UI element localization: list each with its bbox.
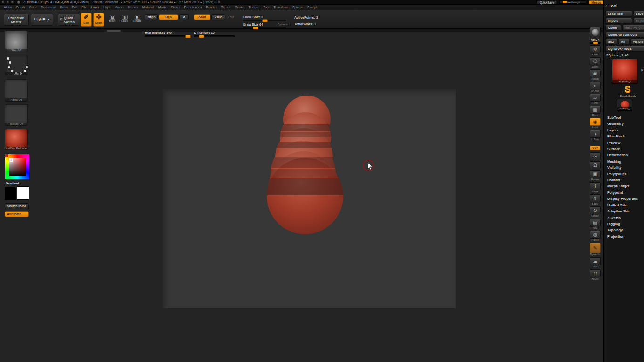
menu-tool[interactable]: Tool (263, 6, 269, 9)
actual-button[interactable]: ◉Actual (589, 69, 601, 81)
dynamic-button[interactable]: ✎Dynamic (589, 243, 601, 256)
current-texture-thumbnail[interactable]: Texture Off (5, 104, 28, 126)
rgb-intensity-handle[interactable] (185, 35, 191, 38)
main-color-swatch[interactable] (5, 187, 16, 200)
menu-marker[interactable]: Marker (128, 6, 138, 9)
zadd-button[interactable]: Zadd (194, 14, 210, 20)
tool-section-topology[interactable]: Topology (605, 227, 644, 233)
menu-edit[interactable]: Edit (72, 6, 77, 9)
rotate3d-button[interactable]: ↻Rotate (589, 206, 601, 218)
menu-picker[interactable]: Picker (171, 6, 180, 9)
tool-section-surface[interactable]: Surface (605, 146, 644, 152)
current-brush-thumbnail[interactable]: Sketch 1 (5, 31, 28, 52)
rgb-button[interactable]: Rgb (159, 14, 178, 20)
tool-section-zsketch[interactable]: ZSketch (605, 215, 644, 221)
aahalf-button[interactable]: ◐AAHalf (589, 82, 601, 93)
clone-button[interactable]: Clone (605, 25, 621, 31)
menu-preferences[interactable]: Preferences (184, 6, 202, 9)
clone-all-subtools-button[interactable]: Clone All SubTools (605, 32, 644, 38)
shelf-scrollbar-handle[interactable] (107, 30, 121, 32)
switchcolor-button[interactable]: SwitchColor (5, 203, 29, 209)
see-through-handle[interactable] (563, 1, 567, 3)
panel-back-icon[interactable]: ‹ (605, 4, 607, 8)
menu-material[interactable]: Material (142, 6, 154, 9)
goz-all-button[interactable]: All (618, 39, 630, 45)
tool-section-adaptive-skin[interactable]: Adaptive Skin (605, 208, 644, 214)
menu-movie[interactable]: Movie (158, 6, 167, 9)
tool-section-display-properties[interactable]: Display Properties (605, 196, 644, 202)
goz-button[interactable]: GoZ (605, 39, 617, 45)
color-picker[interactable] (5, 154, 30, 180)
zcut-button[interactable]: Zcut (228, 15, 234, 19)
spix-handle[interactable] (593, 42, 598, 44)
tool-section-polygroups[interactable]: Polygroups (605, 171, 644, 177)
current-alpha-thumbnail[interactable]: Alpha Off (5, 79, 28, 102)
menu-transform[interactable]: Transform (273, 6, 288, 9)
draw-button[interactable]: ✜ Draw (93, 13, 104, 27)
window-minimize-icon[interactable] (6, 0, 9, 4)
spix-slider[interactable] (590, 42, 601, 44)
menu-stencil[interactable]: Stencil (221, 6, 230, 9)
menu-macro[interactable]: Macro (115, 6, 123, 9)
frame-button[interactable]: ▣Frame (589, 170, 601, 181)
export-button[interactable]: Export (633, 18, 644, 24)
goz-visible-button[interactable]: Visible (630, 39, 644, 45)
z-intensity-slider[interactable] (194, 35, 235, 37)
current-stroke-thumbnail[interactable]: Dots (5, 55, 28, 75)
menu-layer[interactable]: Layer (91, 6, 100, 9)
persp-button[interactable]: ▱Persp (589, 94, 601, 105)
color-picker-saturation-square[interactable] (9, 158, 26, 176)
recent-tool-partial[interactable]: R (641, 68, 643, 72)
tool-section-subtool[interactable]: SubTool (605, 115, 644, 121)
tool-section-contact[interactable]: Contact (605, 177, 644, 183)
magnet-button[interactable]: Ω (589, 161, 601, 169)
current-material-thumbnail[interactable]: MatCap Red Wax (5, 129, 28, 150)
tool-section-preview[interactable]: Preview (605, 140, 644, 146)
projection-master-button[interactable]: Projection Master (4, 14, 29, 26)
m-button[interactable]: M (179, 14, 189, 20)
active-tool-thumbnail[interactable]: ZSphere_1 R (612, 59, 638, 84)
menu-zplugin[interactable]: Zplugin (292, 6, 303, 9)
shelf-scrollbar[interactable] (0, 29, 644, 32)
scale-button[interactable]: S Scale (120, 14, 129, 26)
bpr-render-button[interactable] (589, 27, 601, 37)
tool-section-visibility[interactable]: Visibility (605, 164, 644, 171)
edit-button[interactable]: ✐ Edit (81, 13, 92, 27)
lightbox-button[interactable]: LightBox (31, 14, 53, 26)
menu-brush[interactable]: Brush (16, 6, 25, 9)
menu-alpha[interactable]: Alpha (4, 6, 12, 9)
zsphere-model[interactable] (256, 96, 353, 234)
scroll-button[interactable]: ✥Scroll (589, 45, 601, 56)
solo-button[interactable]: ☁Solo (589, 257, 601, 268)
polyf-button[interactable]: ▤PolyF (589, 219, 601, 230)
see-through-slider[interactable]: See-through (559, 0, 586, 4)
zoom-button[interactable]: ❍Zoom (589, 57, 601, 68)
xpose-button[interactable]: ∷Xpose (589, 269, 601, 280)
dynamic-label[interactable]: Dynamic (278, 23, 288, 26)
window-controls[interactable] (1, 0, 14, 4)
tool-section-deformation[interactable]: Deformation (605, 152, 644, 158)
xyz-button[interactable]: XYZ (589, 143, 601, 151)
lsym-button[interactable]: ◑L.Sym (589, 130, 601, 141)
window-close-icon[interactable] (1, 0, 5, 4)
tool-section-unified-skin[interactable]: Unified Skin (605, 202, 644, 208)
simplebrush-icon[interactable]: S (605, 85, 644, 94)
make-polymesh-button[interactable]: Make Polyme (622, 25, 644, 31)
zsub-button[interactable]: Zsub (211, 14, 225, 20)
alternate-button[interactable]: Alternate (5, 211, 29, 217)
focal-shift-slider[interactable] (243, 20, 286, 21)
tool-section-morph-target[interactable]: Morph Target (605, 183, 644, 189)
lightbox-tools-button[interactable]: Lightbox› Tools (605, 46, 644, 52)
color-picker-selector[interactable] (10, 159, 13, 162)
menu-file[interactable]: File (81, 6, 87, 9)
save-as-button[interactable]: Save As (633, 11, 644, 17)
tool-section-masking[interactable]: Masking (605, 158, 644, 164)
menus-button[interactable]: Menus (589, 0, 604, 4)
tool-section-rigging[interactable]: Rigging (605, 221, 644, 227)
rgb-intensity-slider[interactable] (145, 35, 191, 37)
see-through-glasses-button[interactable]: ∞ (589, 152, 601, 160)
rotate-button[interactable]: R Rotate (132, 14, 142, 26)
recent-tool-thumbnail[interactable]: ZSphere_1 (617, 99, 632, 111)
scale3d-button[interactable]: ⇕Scale (589, 194, 601, 205)
gradient-label[interactable]: Gradient (6, 182, 19, 185)
